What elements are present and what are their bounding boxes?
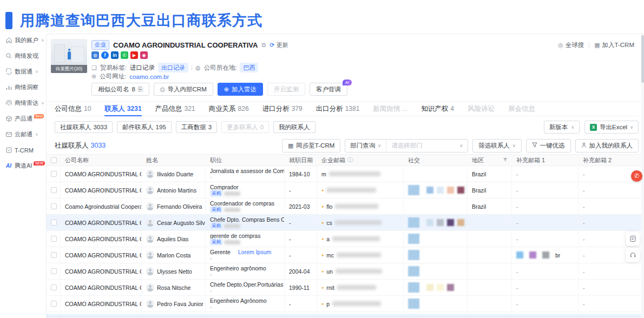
- street-view-thumbnail[interactable]: 街景图片(20): [51, 39, 87, 73]
- hotline-floating-icon[interactable]: ✆: [631, 170, 642, 182]
- tab-知识产权[interactable]: 知识产权4: [421, 102, 454, 116]
- start-date-cell: -: [285, 215, 317, 230]
- social-cell: [404, 280, 468, 295]
- chip-label: 工商数据: [181, 123, 206, 131]
- row-checkbox[interactable]: [51, 220, 57, 226]
- row-checkbox[interactable]: [51, 268, 57, 274]
- job-title-text: Gerente: [210, 249, 231, 255]
- avatar: [146, 202, 154, 210]
- customer-service-floating-button[interactable]: [626, 248, 640, 262]
- join-radar-button[interactable]: ⊕ 加入雷达: [218, 83, 263, 96]
- dash: -: [583, 236, 585, 242]
- section-count: 3033: [91, 142, 106, 149]
- sidebar-item-label: 云邮通: [15, 130, 32, 138]
- row-checkbox[interactable]: [51, 203, 57, 209]
- sidebar-item-腾道AI[interactable]: AI腾道AINEW›: [0, 158, 46, 174]
- sidebar-item-T-CRM[interactable]: T-CRM: [0, 142, 46, 158]
- chevron-down-icon: ∨: [630, 125, 633, 130]
- feedback-floating-button[interactable]: [626, 231, 640, 246]
- version-dropdown[interactable]: 新版本 ∨: [544, 121, 580, 134]
- add-my-contacts-button[interactable]: 加入我的联系人: [575, 139, 639, 153]
- region-cell: Brazil: [468, 182, 512, 198]
- filter-icon[interactable]: [503, 157, 508, 163]
- chip-工商数据[interactable]: 工商数据3: [176, 121, 217, 133]
- import-crm-button[interactable]: ⎙ 导入内部CRM: [154, 83, 213, 96]
- sidebar-item-商情洞察[interactable]: 商情洞察: [0, 80, 46, 95]
- facebook-icon[interactable]: f: [101, 51, 109, 59]
- contact-name-cell: Pedro Fava Junior: [142, 296, 206, 312]
- join-tcrm-button[interactable]: ▦ 加入T-CRM: [594, 41, 634, 49]
- avatar: [146, 170, 154, 178]
- censored-email: [335, 204, 378, 209]
- website-icon[interactable]: ◍: [91, 51, 99, 59]
- page-title: 用腾道查询巴西大豆出口商联系方式: [20, 11, 262, 30]
- similar-company-button[interactable]: 相似公司名 8 ⎘: [91, 83, 149, 96]
- instagram-icon[interactable]: ◉: [140, 51, 148, 59]
- tab-商业关系[interactable]: 商业关系826: [209, 102, 249, 116]
- tab-进口分析[interactable]: 进口分析379: [262, 102, 303, 116]
- chip-label: 邮件联系人: [122, 123, 154, 131]
- chip-我的联系人[interactable]: 我的联系人: [273, 121, 316, 133]
- info-icon: ⓘ: [347, 156, 353, 164]
- lorem-link[interactable]: Lorem Ipsum: [238, 249, 271, 255]
- refresh-button[interactable]: ⟳ 更新: [270, 41, 288, 49]
- copy-icon[interactable]: ⧉: [261, 42, 266, 49]
- page: 用腾道查询巴西大豆出口商联系方式 我的账户∨商情发现数据通∨商情洞察商情雷达∨产…: [0, 0, 644, 318]
- column-header-label: 补充邮箱 2: [583, 156, 612, 164]
- row-checkbox[interactable]: [51, 187, 57, 193]
- row-checkbox[interactable]: [51, 252, 57, 258]
- censored-social-icon: [447, 219, 454, 226]
- censored-extra-icon: [542, 251, 549, 259]
- radar-icon: [5, 100, 12, 107]
- export-record-tag[interactable]: 出口记录: [158, 63, 188, 72]
- table-row: COAMO AGROINDUSTRIAL COOPERAT...Rosa Nit…: [47, 280, 642, 296]
- tab-label: 出口分析: [316, 104, 343, 114]
- scrollbar-thumb[interactable]: [641, 35, 644, 83]
- region-cell: [468, 215, 512, 230]
- sidebar-item-云邮通[interactable]: 云邮通∨: [0, 127, 46, 142]
- linkedin-icon[interactable]: in: [111, 51, 119, 59]
- tab-公司信息[interactable]: 公司信息10: [55, 102, 91, 116]
- chip-邮件联系人[interactable]: 邮件联系人195: [117, 121, 172, 133]
- department-select[interactable]: 请选择部门 ∨: [386, 140, 468, 152]
- column-header-企业邮箱: 企业邮箱ⓘ: [317, 155, 404, 165]
- column-header-姓名: 姓名: [142, 155, 206, 165]
- export-excel-button[interactable]: X 导出Excel ∨: [584, 121, 639, 134]
- table-header-row: 公司名称姓名职位就职日期企业邮箱ⓘ社交地区补充邮箱 1补充邮箱 2: [47, 154, 642, 166]
- youtube-icon[interactable]: ▶: [130, 51, 138, 59]
- row-checkbox[interactable]: [51, 171, 57, 177]
- social-cell: [404, 263, 468, 279]
- extra-email-1-cell: -: [512, 263, 579, 279]
- contact-name: Antonio Martins: [157, 187, 196, 194]
- sidebar-item-产品通[interactable]: 产品通Beta∨: [0, 111, 46, 127]
- sidebar-item-商情发现[interactable]: 商情发现: [0, 48, 46, 64]
- chevron-down-icon: ∨: [35, 132, 38, 137]
- censored-social-icon: [408, 266, 419, 276]
- sidebar: 我的账户∨商情发现数据通∨商情洞察商情雷达∨产品通Beta∨云邮通∨T-CRMA…: [0, 32, 46, 318]
- website-link[interactable]: coamo.com.br: [129, 74, 169, 80]
- tab-出口分析[interactable]: 出口分析1381: [316, 102, 360, 116]
- row-checkbox[interactable]: [51, 236, 57, 242]
- sync-tcrm-button[interactable]: ▦ 同步至T-CRM: [282, 139, 340, 153]
- sidebar-item-商情雷达[interactable]: 商情雷达∨: [0, 95, 46, 111]
- filter-contacts-dropdown[interactable]: 筛选联系人 ∨: [472, 139, 521, 153]
- whatsapp-icon[interactable]: ✆: [121, 51, 128, 59]
- sidebar-item-我的账户[interactable]: 我的账户∨: [0, 32, 46, 48]
- censored-email: [337, 285, 376, 290]
- select-all-checkbox[interactable]: [51, 157, 57, 163]
- sidebar-item-数据通[interactable]: 数据通∨: [0, 64, 46, 80]
- customer-background-button[interactable]: 客户背调 AI: [310, 83, 347, 96]
- tab-联系人[interactable]: 联系人3231: [104, 102, 141, 116]
- row-checkbox[interactable]: [51, 301, 57, 307]
- column-header-label: 姓名: [146, 156, 158, 164]
- location-value[interactable]: 巴西: [240, 63, 258, 72]
- department-query-dropdown[interactable]: 部门查询 ∨: [345, 140, 386, 152]
- chip-社媒联系人[interactable]: 社媒联系人3033: [55, 121, 113, 133]
- row-checkbox[interactable]: [51, 284, 57, 290]
- import-record-tag[interactable]: 进口记录: [130, 64, 155, 72]
- contact-name: Fernando Oliveira: [157, 203, 202, 210]
- column-header-职位: 职位: [206, 155, 285, 165]
- one-click-select-button[interactable]: 一键优选: [526, 139, 571, 153]
- global-search-button[interactable]: ◎ 全球搜: [558, 41, 584, 49]
- tab-产品信息[interactable]: 产品信息321: [155, 102, 195, 116]
